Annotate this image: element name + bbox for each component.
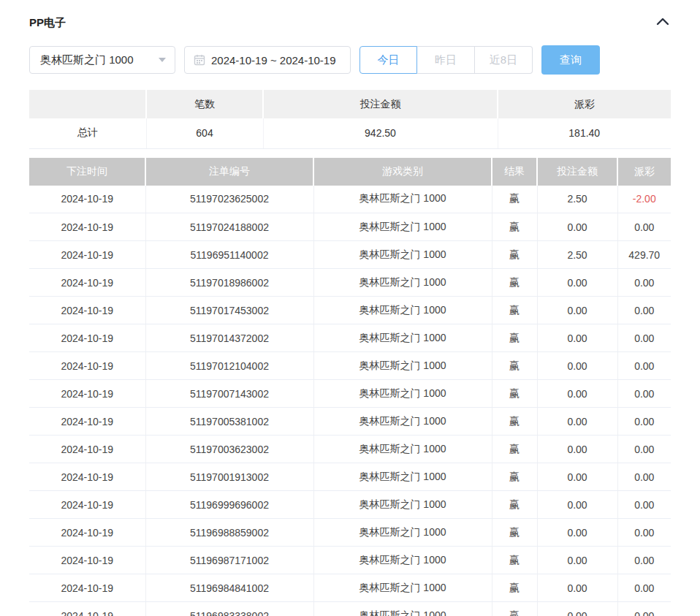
- cell-payout: 0.00: [617, 491, 671, 519]
- col-order-no: 注单编号: [145, 158, 313, 186]
- today-button[interactable]: 今日: [359, 46, 417, 74]
- cell-bet-amount: 0.00: [537, 436, 617, 463]
- cell-game-type: 奥林匹斯之门 1000: [313, 491, 492, 519]
- cell-bet-amount: 0.00: [537, 324, 617, 352]
- cell-result: 赢: [492, 241, 537, 269]
- cell-result: 赢: [492, 436, 537, 463]
- cell-bet-amount: 0.00: [537, 380, 617, 408]
- table-row: 2024-10-1951197005381002奥林匹斯之门 1000赢0.00…: [29, 408, 671, 436]
- cell-game-type: 奥林匹斯之门 1000: [313, 547, 492, 574]
- cell-order-no: 51196951140002: [145, 241, 313, 269]
- cell-bet-time: 2024-10-19: [29, 574, 145, 602]
- cell-result: 赢: [492, 519, 537, 547]
- chevron-up-icon: [656, 16, 669, 29]
- cell-payout: 0.00: [617, 269, 671, 297]
- table-row: 2024-10-1951197003623002奥林匹斯之门 1000赢0.00…: [29, 436, 671, 463]
- cell-payout: 0.00: [617, 547, 671, 574]
- query-button[interactable]: 查询: [541, 45, 600, 75]
- pp-electronic-panel: PP电子 奥林匹斯之门 1000: [0, 0, 700, 616]
- cell-bet-amount: 0.00: [537, 463, 617, 491]
- summary-col-count: 笔数: [146, 90, 263, 118]
- summary-header-row: 笔数 投注金额 派彩: [29, 90, 671, 118]
- cell-result: 赢: [492, 213, 537, 241]
- cell-bet-amount: 0.00: [537, 519, 617, 547]
- records-header-row: 下注时间 注单编号 游戏类别 结果 投注金额 派彩: [29, 158, 671, 186]
- cell-bet-amount: 0.00: [537, 547, 617, 574]
- table-row: 2024-10-1951196983338002奥林匹斯之门 1000赢0.00…: [29, 602, 671, 616]
- cell-order-no: 51197017453002: [145, 297, 313, 324]
- cell-bet-amount: 2.50: [537, 241, 617, 269]
- summary-col-blank: [29, 90, 146, 118]
- cell-bet-time: 2024-10-19: [29, 547, 145, 574]
- cell-bet-time: 2024-10-19: [29, 463, 145, 491]
- cell-game-type: 奥林匹斯之门 1000: [313, 463, 492, 491]
- cell-order-no: 51196984841002: [145, 574, 313, 602]
- cell-payout: 0.00: [617, 436, 671, 463]
- cell-result: 赢: [492, 380, 537, 408]
- cell-bet-time: 2024-10-19: [29, 380, 145, 408]
- cell-result: 赢: [492, 352, 537, 380]
- cell-result: 赢: [492, 324, 537, 352]
- collapse-panel-button[interactable]: [655, 15, 671, 31]
- table-row: 2024-10-1951196951140002奥林匹斯之门 1000赢2.50…: [29, 241, 671, 269]
- cell-bet-amount: 0.00: [537, 602, 617, 616]
- summary-col-payout: 派彩: [498, 90, 671, 118]
- col-game-type: 游戏类别: [313, 158, 492, 186]
- cell-game-type: 奥林匹斯之门 1000: [313, 352, 492, 380]
- cell-bet-time: 2024-10-19: [29, 269, 145, 297]
- table-row: 2024-10-1951196999696002奥林匹斯之门 1000赢0.00…: [29, 491, 671, 519]
- cell-result: 赢: [492, 269, 537, 297]
- filter-controls: 奥林匹斯之门 1000 2024-10-19 ~ 2024-10-19: [29, 45, 671, 75]
- table-row: 2024-10-1951197012104002奥林匹斯之门 1000赢0.00…: [29, 352, 671, 380]
- cell-game-type: 奥林匹斯之门 1000: [313, 269, 492, 297]
- yesterday-button[interactable]: 昨日: [417, 46, 475, 74]
- cell-order-no: 51196987171002: [145, 547, 313, 574]
- cell-payout: 0.00: [617, 297, 671, 324]
- col-bet-amount: 投注金额: [537, 158, 617, 186]
- table-row: 2024-10-1951197001913002奥林匹斯之门 1000赢0.00…: [29, 463, 671, 491]
- summary-total-label: 总计: [29, 118, 146, 148]
- cell-result: 赢: [492, 491, 537, 519]
- last-8-days-button[interactable]: 近8日: [475, 46, 533, 74]
- cell-order-no: 51197012104002: [145, 352, 313, 380]
- records-table: 下注时间 注单编号 游戏类别 结果 投注金额 派彩 2024-10-195119…: [29, 158, 671, 616]
- cell-payout: 0.00: [617, 574, 671, 602]
- cell-order-no: 51196983338002: [145, 602, 313, 616]
- col-bet-time: 下注时间: [29, 158, 145, 186]
- cell-payout: 0.00: [617, 519, 671, 547]
- cell-bet-time: 2024-10-19: [29, 213, 145, 241]
- table-row: 2024-10-1951196984841002奥林匹斯之门 1000赢0.00…: [29, 574, 671, 602]
- cell-bet-time: 2024-10-19: [29, 519, 145, 547]
- table-row: 2024-10-1951197017453002奥林匹斯之门 1000赢0.00…: [29, 297, 671, 324]
- cell-payout: 0.00: [617, 324, 671, 352]
- table-row: 2024-10-1951197024188002奥林匹斯之门 1000赢0.00…: [29, 213, 671, 241]
- cell-game-type: 奥林匹斯之门 1000: [313, 602, 492, 616]
- cell-bet-amount: 0.00: [537, 574, 617, 602]
- cell-result: 赢: [492, 186, 537, 213]
- cell-bet-amount: 0.00: [537, 408, 617, 436]
- cell-order-no: 51196999696002: [145, 491, 313, 519]
- table-row: 2024-10-1951197014372002奥林匹斯之门 1000赢0.00…: [29, 324, 671, 352]
- cell-game-type: 奥林匹斯之门 1000: [313, 213, 492, 241]
- cell-payout: 0.00: [617, 602, 671, 616]
- records-body: 2024-10-1951197023625002奥林匹斯之门 1000赢2.50…: [29, 186, 671, 616]
- cell-bet-amount: 2.50: [537, 186, 617, 213]
- summary-col-bet-amount: 投注金额: [263, 90, 498, 118]
- col-result: 结果: [492, 158, 537, 186]
- summary-table: 笔数 投注金额 派彩 总计 604 942.50 181.40: [29, 90, 671, 149]
- chevron-down-icon: [159, 58, 166, 62]
- cell-payout: 0.00: [617, 213, 671, 241]
- cell-order-no: 51197003623002: [145, 436, 313, 463]
- cell-game-type: 奥林匹斯之门 1000: [313, 519, 492, 547]
- calendar-icon: [194, 54, 205, 66]
- cell-result: 赢: [492, 547, 537, 574]
- cell-bet-amount: 0.00: [537, 269, 617, 297]
- cell-payout: 429.70: [617, 241, 671, 269]
- table-row: 2024-10-1951197007143002奥林匹斯之门 1000赢0.00…: [29, 380, 671, 408]
- cell-result: 赢: [492, 297, 537, 324]
- game-select[interactable]: 奥林匹斯之门 1000: [29, 46, 175, 74]
- cell-payout: 0.00: [617, 352, 671, 380]
- cell-bet-time: 2024-10-19: [29, 436, 145, 463]
- date-range-picker[interactable]: 2024-10-19 ~ 2024-10-19: [184, 46, 351, 74]
- cell-order-no: 51197018986002: [145, 269, 313, 297]
